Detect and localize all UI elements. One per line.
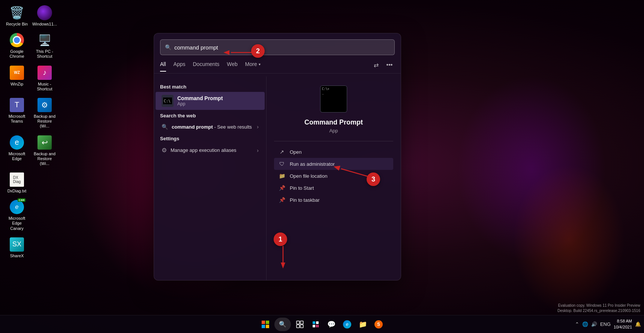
desktop-icon-edge[interactable]: e Microsoft Edge <box>4 134 30 168</box>
control-label: Backup and Restore (Wi... <box>33 114 56 129</box>
sharex-icon: SX <box>9 237 24 252</box>
dxdiag-label: DxDiag.txt <box>7 189 27 194</box>
taskbar: 🔍 <box>0 315 644 333</box>
desktop-icon-sharex[interactable]: SX ShareX <box>4 236 30 260</box>
svg-rect-8 <box>297 321 300 324</box>
windows11-icon <box>37 5 52 20</box>
taskbar-center: 🔍 <box>259 318 385 331</box>
bg-orb-3 <box>513 164 625 314</box>
best-match-name: Command Prompt <box>177 95 223 101</box>
taskview-button[interactable] <box>293 318 307 331</box>
thispc-icon: 🖥️ <box>37 33 52 48</box>
divider <box>274 141 393 141</box>
best-match-type: App <box>177 101 223 106</box>
annotation-2-arrow <box>223 48 253 57</box>
desktop-icon-winzip[interactable]: WZ WinZip <box>4 64 30 93</box>
chevron-up-icon[interactable]: ⌃ <box>575 321 579 327</box>
svg-marker-5 <box>223 50 229 55</box>
web-arrow-icon: › <box>257 124 259 130</box>
action-open[interactable]: ↗ Open <box>274 146 393 158</box>
left-panel: Best match C:\ Command Prompt App Search <box>154 76 267 280</box>
web-search-item[interactable]: 🔍 command prompt - See web results › <box>156 121 265 133</box>
settings-item[interactable]: ⚙ Manage app execution aliases › <box>156 144 265 157</box>
file-explorer-button[interactable]: 📁 <box>356 318 370 331</box>
sharex-label: ShareX <box>10 254 24 258</box>
tab-more[interactable]: More ▾ <box>245 61 261 69</box>
pin-taskbar-icon: 📌 <box>279 197 285 203</box>
desktop-icon-dxdiag[interactable]: DXDiag DxDiag.txt <box>4 171 30 195</box>
svg-marker-3 <box>281 262 285 268</box>
action-pin-start-label: Pin to Start <box>290 185 314 191</box>
desktop-icon-recycle-bin[interactable]: 🗑️ Recycle Bin <box>4 4 30 28</box>
action-open-label: Open <box>290 149 302 155</box>
teams-chat-button[interactable]: 💬 <box>325 318 338 331</box>
desktop-icon-windows11[interactable]: Windows11... <box>31 4 58 28</box>
app-title: Command Prompt <box>304 118 363 126</box>
widgets-button[interactable] <box>309 318 322 331</box>
windows11-label: Windows11... <box>32 22 57 27</box>
share-icon[interactable]: ⇄ <box>371 60 381 70</box>
desktop: 🗑️ Recycle Bin Windows11... Google Chrom… <box>0 0 644 333</box>
svg-rect-10 <box>297 325 300 328</box>
svg-rect-15 <box>316 325 317 327</box>
settings-arrow-icon: › <box>257 147 259 153</box>
desktop-icon-edgecan[interactable]: e CAN Microsoft Edge Canary <box>4 198 30 232</box>
backup-label: Backup and Restore (Wi... <box>33 152 56 166</box>
store-button[interactable]: S <box>372 318 385 331</box>
tab-all[interactable]: All <box>160 61 166 69</box>
notification-icon[interactable]: 🔔 <box>635 321 641 327</box>
teams-icon: T <box>9 98 24 112</box>
volume-icon[interactable]: 🔊 <box>591 321 597 327</box>
action-pin-taskbar-label: Pin to taskbar <box>290 197 320 203</box>
taskbar-clock[interactable]: 8:58 AM 10/4/2021 <box>614 318 632 330</box>
thispc-label: This PC - Shortcut <box>33 49 56 59</box>
open-icon: ↗ <box>279 149 285 155</box>
eval-line2: Desktop. Build 22454.rs_prerelease.21090… <box>557 308 640 314</box>
search-bar[interactable]: 🔍 command prompt <box>160 39 395 55</box>
tab-actions: ⇄ ••• <box>371 60 395 70</box>
taskbar-search-button[interactable]: 🔍 <box>274 318 291 331</box>
desktop-icon-music[interactable]: ♪ Music - Shortcut <box>31 64 58 93</box>
tab-apps[interactable]: Apps <box>174 61 186 69</box>
annotation-1-arrow <box>279 246 287 268</box>
action-run-admin-label: Run as administrator <box>290 161 335 167</box>
filter-tabs: All Apps Documents Web More ▾ ⇄ ••• <box>154 60 401 74</box>
folder-icon: 📁 <box>279 173 285 179</box>
svg-marker-7 <box>334 166 340 171</box>
start-button[interactable] <box>259 318 272 331</box>
settings-text: Manage app execution aliases <box>171 147 237 153</box>
svg-rect-13 <box>316 321 319 324</box>
desktop-icon-container: 🗑️ Recycle Bin Windows11... Google Chrom… <box>4 4 58 260</box>
desktop-icon-teams[interactable]: T Microsoft Teams <box>4 96 30 130</box>
network-icon[interactable]: 🌐 <box>582 321 588 327</box>
svg-text:C:\: C:\ <box>164 99 171 103</box>
lang-indicator[interactable]: ENG <box>600 321 611 327</box>
ellipsis-icon[interactable]: ••• <box>384 60 395 70</box>
web-search-text: command prompt - See web results <box>172 124 252 130</box>
widgets-icon <box>312 321 319 328</box>
dxdiag-icon: DXDiag <box>9 172 24 187</box>
music-label: Music - Shortcut <box>33 82 56 92</box>
annotation-1: 1 <box>274 232 287 246</box>
backup-icon: ↩ <box>37 135 52 150</box>
file-explorer-icon: 📁 <box>359 320 367 328</box>
winzip-icon: WZ <box>9 65 24 80</box>
tab-documents[interactable]: Documents <box>193 61 219 69</box>
tab-web[interactable]: Web <box>227 61 238 69</box>
desktop-icon-backup[interactable]: ↩ Backup and Restore (Wi... <box>31 134 58 168</box>
edge-icon: e <box>9 135 24 150</box>
date-display: 10/4/2021 <box>614 324 632 330</box>
best-match-header: Best match <box>154 81 266 92</box>
action-pin-taskbar[interactable]: 📌 Pin to taskbar <box>274 194 393 206</box>
desktop-icon-chrome[interactable]: Google Chrome <box>4 31 30 60</box>
svg-rect-14 <box>313 325 315 327</box>
winzip-label: WinZip <box>10 82 23 87</box>
time-display: 8:58 AM <box>614 318 632 324</box>
desktop-icon-control[interactable]: ⚙ Backup and Restore (Wi... <box>31 96 58 130</box>
best-match-item[interactable]: C:\ Command Prompt App <box>156 92 265 110</box>
search-icon: 🔍 <box>165 44 171 50</box>
taskbar-edge-button[interactable]: e <box>340 318 354 331</box>
taskview-icon <box>296 321 304 328</box>
svg-rect-16 <box>318 325 319 327</box>
desktop-icon-thispc[interactable]: 🖥️ This PC - Shortcut <box>31 31 58 60</box>
